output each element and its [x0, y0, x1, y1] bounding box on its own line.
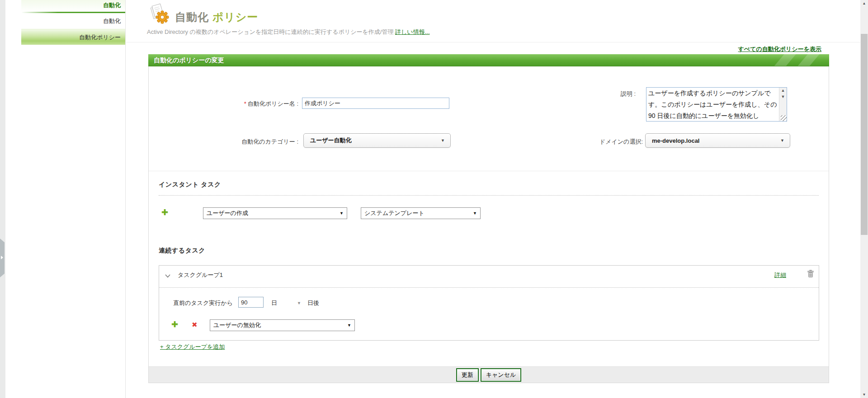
more-info-link[interactable]: 詳しい情報...	[395, 28, 429, 35]
left-edge-strip	[0, 0, 5, 398]
sidebar-group-automation[interactable]: 自動化	[21, 0, 125, 12]
page-title-automation: 自動化	[175, 11, 209, 23]
sidebar-item-automation[interactable]: 自動化	[21, 13, 125, 29]
automation-gear-papers-icon	[150, 4, 171, 27]
category-value: ユーザー自動化	[310, 136, 352, 145]
instant-task-dotline	[159, 195, 819, 196]
resize-grip-icon[interactable]	[781, 115, 787, 121]
sidebar-collapse-tab[interactable]	[0, 239, 5, 277]
policy-name-input[interactable]	[302, 98, 449, 109]
policy-edit-card: 自動化のポリシーの変更 *自動化ポリシー名 : 説明 : ユーザーを作成するポリ…	[148, 54, 829, 383]
add-task-group-link[interactable]: + タスクグループを追加	[160, 343, 225, 351]
caret-down-icon: ▼	[340, 211, 344, 215]
task-group-title: タスクグループ1	[178, 271, 223, 279]
interval-value-input[interactable]	[238, 297, 264, 308]
description-label: 説明 :	[590, 90, 636, 98]
arrow-right-icon	[1, 256, 3, 259]
category-dropdown[interactable]: ユーザー自動化▼	[303, 133, 451, 148]
page-subtitle: Active Directory の複数のオペレーションを指定日時に連続的に実行…	[147, 28, 430, 36]
description-text: ユーザーを作成するポリシーのサンプルです。このポリシーはユーザーを作成し、その …	[646, 88, 779, 121]
caret-down-icon: ▼	[297, 301, 301, 305]
instant-task-heading: インスタント タスク	[159, 181, 221, 189]
group-dotline	[159, 287, 819, 288]
vertical-scrollbar[interactable]: ▲ ▼	[860, 0, 868, 398]
details-link[interactable]: 詳細	[774, 271, 786, 279]
category-label: 自動化のカテゴリー :	[149, 138, 298, 146]
main-content: 自動化 ポリシー Active Directory の複数のオペレーションを指定…	[126, 0, 860, 398]
plus-icon[interactable]: ✚	[161, 208, 168, 216]
domain-label: ドメインの選択:	[578, 138, 643, 146]
page-title-policy: ポリシー	[212, 11, 259, 23]
interval-suffix: 日後	[307, 299, 319, 307]
cancel-button[interactable]: キャンセル	[481, 368, 522, 382]
instant-task-value: ユーザーの作成	[207, 209, 248, 217]
description-textarea[interactable]: ユーザーを作成するポリシーのサンプルです。このポリシーはユーザーを作成し、その …	[646, 87, 787, 122]
scroll-down-icon[interactable]: ▼	[860, 391, 868, 398]
required-mark: *	[244, 100, 246, 107]
group-task-value: ユーザーの無効化	[213, 321, 261, 329]
sidebar-menu: 自動化 自動化 自動化ポリシー	[21, 0, 125, 45]
card-title-bar: 自動化のポリシーの変更	[148, 54, 829, 66]
chevron-down-icon[interactable]	[165, 272, 170, 280]
domain-dropdown[interactable]: me-develop.local▼	[645, 133, 790, 148]
caret-down-icon: ▼	[473, 211, 477, 215]
instant-task-select[interactable]: ユーザーの作成▼	[203, 207, 347, 219]
trash-icon[interactable]	[807, 270, 814, 280]
interval-unit-value: 日	[271, 299, 277, 307]
section-separator	[149, 171, 829, 171]
sidebar: 自動化 自動化 自動化ポリシー	[5, 0, 126, 398]
card-title: 自動化のポリシーの変更	[154, 56, 224, 65]
caret-down-icon: ▼	[441, 138, 445, 143]
view-all-row: すべての自動化ポリシーを表示	[126, 42, 860, 54]
scroll-up-icon[interactable]: ▲	[781, 88, 785, 94]
x-icon[interactable]: ✖	[192, 321, 198, 328]
caret-down-icon: ▼	[780, 138, 784, 143]
card-body: *自動化ポリシー名 : 説明 : ユーザーを作成するポリシーのサンプルです。この…	[148, 66, 829, 383]
bar-stripe-decor	[771, 54, 798, 66]
group-task-select[interactable]: ユーザーの無効化▼	[210, 319, 355, 331]
page-title: 自動化 ポリシー	[175, 10, 258, 24]
plus-icon[interactable]: ✚	[171, 320, 178, 328]
page-header: 自動化 ポリシー Active Directory の複数のオペレーションを指定…	[126, 0, 860, 42]
template-value: システムテンプレート	[364, 209, 425, 217]
scroll-up-icon[interactable]: ▲	[860, 0, 868, 7]
view-all-policies-link[interactable]: すべての自動化ポリシーを表示	[738, 46, 821, 52]
interval-prefix: 直前のタスク実行から	[173, 299, 233, 307]
subtitle-text: Active Directory の複数のオペレーションを指定日時に連続的に実行…	[147, 28, 393, 35]
task-group-box: タスクグループ1 詳細 直前のタスク実行から 日▼ 日後 ✚	[159, 265, 819, 341]
policy-name-label: *自動化ポリシー名 :	[149, 100, 298, 108]
description-scrollbar[interactable]: ▲ ▼	[779, 88, 787, 121]
sidebar-item-automation-policy[interactable]: 自動化ポリシー	[21, 29, 125, 45]
scroll-down-icon[interactable]: ▼	[781, 94, 785, 100]
scrollbar-thumb[interactable]	[861, 34, 868, 235]
bar-stripe-decor	[794, 54, 821, 66]
footer-action-bar: 更新 キャンセル	[149, 366, 829, 383]
template-select[interactable]: システムテンプレート▼	[361, 207, 481, 219]
policy-name-label-text: 自動化ポリシー名 :	[248, 100, 298, 107]
interval-unit-dropdown[interactable]: 日▼	[271, 299, 301, 307]
update-button[interactable]: 更新	[456, 368, 479, 382]
sequential-task-heading: 連続するタスク	[159, 247, 205, 255]
domain-value: me-develop.local	[652, 137, 699, 144]
caret-down-icon: ▼	[347, 323, 351, 328]
